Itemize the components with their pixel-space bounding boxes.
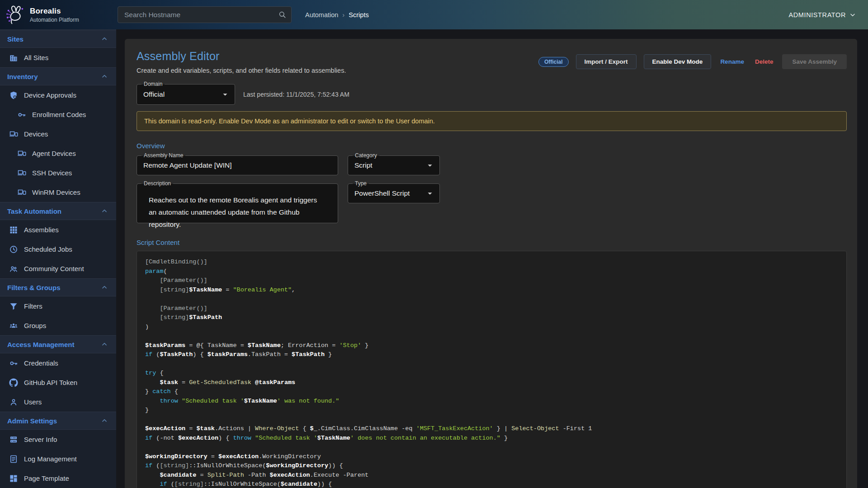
sidebar-section-admin-settings[interactable]: Admin Settings <box>0 412 116 430</box>
devices-icon <box>17 188 26 197</box>
type-select[interactable]: Type PowerShell Script <box>348 183 440 203</box>
code-line: [Parameter()] <box>145 276 838 286</box>
server-icon <box>9 435 18 444</box>
editor-actions: Official Import / Export Enable Dev Mode… <box>538 54 847 69</box>
sidebar-item-log-management[interactable]: Log Management <box>0 449 116 469</box>
sidebar-section-filters-groups[interactable]: Filters & Groups <box>0 278 116 296</box>
save-assembly-button[interactable]: Save Assembly <box>782 54 847 69</box>
sidebar-item-assemblies[interactable]: Assemblies <box>0 220 116 239</box>
brand: Borealis Automation Platform <box>0 5 116 25</box>
chevron-up-icon <box>101 207 108 215</box>
sidebar-item-devices[interactable]: Devices <box>0 124 116 144</box>
category-select[interactable]: Category Script <box>348 155 440 175</box>
sidebar-item-credentials[interactable]: Credentials <box>0 353 116 373</box>
sidebar-item-community-content[interactable]: Community Content <box>0 259 116 278</box>
sidebar-item-label: Log Management <box>24 455 77 463</box>
sidebar-item-filters[interactable]: Filters <box>0 296 116 316</box>
brand-text: Borealis Automation Platform <box>30 7 79 23</box>
search-input[interactable] <box>118 11 278 19</box>
sidebar-item-label: SSH Devices <box>32 169 72 177</box>
page-subtitle: Create and edit variables, scripts, and … <box>137 67 346 74</box>
breadcrumb-item-scripts[interactable]: Scripts <box>349 11 368 19</box>
caret-down-icon <box>425 188 435 198</box>
sidebar-item-agent-devices[interactable]: Agent Devices <box>0 144 116 163</box>
sidebar-item-groups[interactable]: Groups <box>0 316 116 335</box>
code-line: throw "Scheduled task '$TaskName' was no… <box>145 397 838 406</box>
sidebar-item-all-sites[interactable]: All Sites <box>0 48 116 67</box>
assembly-name-field[interactable]: Assembly Name <box>137 155 338 175</box>
brand-subtitle: Automation Platform <box>30 17 79 23</box>
sidebar-section-label: Inventory <box>7 73 38 80</box>
sidebar-item-label: All Sites <box>24 54 48 61</box>
sidebar-item-device-approvals[interactable]: Device Approvals <box>0 85 116 105</box>
clock-icon <box>9 245 18 254</box>
script-code-editor[interactable]: [CmdletBinding()]param( [Parameter()] [s… <box>137 251 847 488</box>
domain-select-label: Domain <box>142 81 165 88</box>
sidebar-item-label: Server Info <box>24 436 57 443</box>
person-icon <box>9 398 18 407</box>
assembly-name-input[interactable] <box>137 161 338 169</box>
sidebar-item-winrm-devices[interactable]: WinRM Devices <box>0 183 116 202</box>
code-line: [CmdletBinding()] <box>145 258 838 267</box>
devices-icon <box>17 169 26 178</box>
domain-select-value: Official <box>137 90 220 99</box>
overview-row-2: Description Reaches out to the remote Bo… <box>137 183 847 223</box>
code-line: [Parameter()] <box>145 304 838 314</box>
sidebar-section-label: Access Management <box>7 341 74 348</box>
chevron-up-icon <box>101 417 108 424</box>
overview-heading: Overview <box>137 142 847 150</box>
description-value: Reaches out to the remote Borealis agent… <box>149 194 326 230</box>
enable-dev-mode-button[interactable]: Enable Dev Mode <box>644 54 712 69</box>
sidebar-item-ssh-devices[interactable]: SSH Devices <box>0 163 116 183</box>
code-line: if ([string]::IsNullOrWhiteSpace($workin… <box>145 461 838 471</box>
search-box[interactable] <box>118 6 292 23</box>
key-icon <box>17 110 26 119</box>
sidebar-section-sites[interactable]: Sites <box>0 30 116 48</box>
sidebar-item-github-api-token[interactable]: GitHub API Token <box>0 373 116 392</box>
breadcrumb-item-automation[interactable]: Automation <box>305 11 338 19</box>
caret-down-icon <box>220 89 230 99</box>
sidebar-item-enrollment-codes[interactable]: Enrollment Codes <box>0 105 116 124</box>
user-menu[interactable]: ADMINISTRATOR <box>789 11 857 19</box>
log-icon <box>9 455 18 464</box>
import-export-button[interactable]: Import / Export <box>576 54 637 69</box>
sidebar-item-label: Devices <box>24 130 48 138</box>
readonly-notice: This domain is read-only. Enable Dev Mod… <box>137 111 847 131</box>
sidebar-section-inventory[interactable]: Inventory <box>0 67 116 85</box>
type-select-label: Type <box>353 180 369 187</box>
sidebar-section-label: Admin Settings <box>7 417 57 425</box>
code-line: if (-not $execAction) { throw "Scheduled… <box>145 434 838 443</box>
code-line: } catch { <box>145 387 838 397</box>
sidebar-item-scheduled-jobs[interactable]: Scheduled Jobs <box>0 239 116 259</box>
rename-button[interactable]: Rename <box>718 56 746 68</box>
github-icon <box>9 378 18 387</box>
sidebar-item-label: WinRM Devices <box>32 188 80 196</box>
delete-button[interactable]: Delete <box>753 56 775 68</box>
code-line <box>145 415 838 425</box>
sidebar-item-page-template[interactable]: Page Template <box>0 469 116 488</box>
code-line: $execAction = $task.Actions | Where-Obje… <box>145 424 838 434</box>
chevron-up-icon <box>101 341 108 348</box>
breadcrumb-separator-icon: › <box>342 11 344 19</box>
chevron-down-icon <box>849 11 856 19</box>
sidebar-section-access-management[interactable]: Access Management <box>0 335 116 353</box>
sidebar-item-server-info[interactable]: Server Info <box>0 430 116 449</box>
sidebar-item-label: Credentials <box>24 359 58 367</box>
sidebar-section-task-automation[interactable]: Task Automation <box>0 202 116 220</box>
sidebar-item-label: GitHub API Token <box>24 379 77 386</box>
topbar: Borealis Automation Platform Automation … <box>0 0 868 29</box>
building-icon <box>9 53 18 62</box>
official-badge: Official <box>538 57 569 67</box>
code-line: if ($TaskPath) { $taskParams.TaskPath = … <box>145 350 838 360</box>
description-field[interactable]: Description Reaches out to the remote Bo… <box>137 183 338 223</box>
sidebar-item-label: Enrollment Codes <box>32 111 86 118</box>
category-select-value: Script <box>348 161 425 169</box>
code-line: $taskParams = @{ TaskName = $TaskName; E… <box>145 341 838 351</box>
grid-icon <box>9 225 18 235</box>
sidebar-item-users[interactable]: Users <box>0 392 116 412</box>
script-content-heading: Script Content <box>137 239 847 246</box>
sidebar-item-label: Filters <box>24 302 42 310</box>
domain-select[interactable]: Domain Official <box>137 84 235 105</box>
code-line: } <box>145 406 838 415</box>
code-line: ) <box>145 323 838 332</box>
